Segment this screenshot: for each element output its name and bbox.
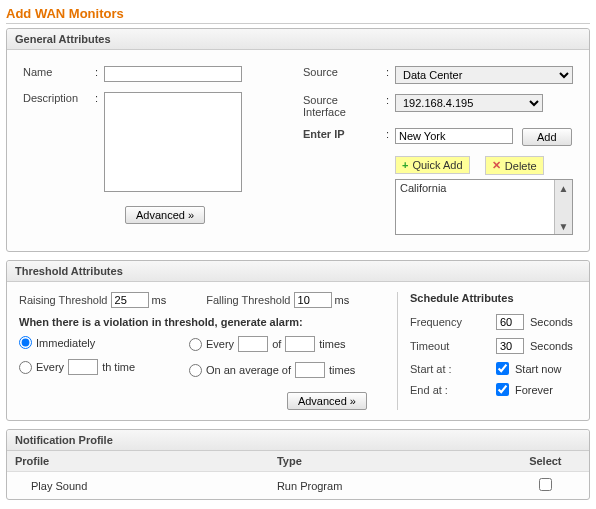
ms-label: ms: [335, 294, 350, 306]
col-select: Select: [502, 451, 589, 472]
quick-add-button[interactable]: +Quick Add: [395, 156, 470, 174]
cell-profile: Play Sound: [7, 472, 269, 500]
violation-label: When there is a violation in threshold, …: [19, 316, 397, 328]
page-title: Add WAN Monitors: [6, 6, 590, 24]
radio-immediately[interactable]: [19, 336, 32, 349]
avg-input[interactable]: [295, 362, 325, 378]
general-header: General Attributes: [7, 29, 589, 50]
notification-header: Notification Profile: [7, 430, 589, 451]
timeout-label: Timeout: [410, 340, 490, 352]
falling-label: Falling Threshold: [206, 294, 290, 306]
general-panel: General Attributes Name : Description : …: [6, 28, 590, 252]
delete-button[interactable]: ✕Delete: [485, 156, 544, 175]
name-label: Name: [23, 66, 52, 78]
scroll-up-icon[interactable]: ▲: [555, 180, 572, 196]
notification-panel: Notification Profile Profile Type Select…: [6, 429, 590, 500]
timeout-input[interactable]: [496, 338, 524, 354]
end-at-label: End at :: [410, 384, 490, 396]
notification-table: Profile Type Select Play Sound Run Progr…: [7, 451, 589, 499]
source-label: Source: [303, 66, 338, 78]
threshold-panel: Threshold Attributes Raising Threshold m…: [6, 260, 590, 421]
raising-label: Raising Threshold: [19, 294, 107, 306]
every-th-input[interactable]: [68, 359, 98, 375]
frequency-input[interactable]: [496, 314, 524, 330]
description-label: Description: [23, 92, 78, 104]
radio-every-of[interactable]: [189, 338, 202, 351]
every-of-input-2[interactable]: [285, 336, 315, 352]
radio-every-th[interactable]: [19, 361, 32, 374]
enter-ip-input[interactable]: [395, 128, 513, 144]
col-type: Type: [269, 451, 502, 472]
ip-listbox[interactable]: California ▲ ▼: [395, 179, 573, 235]
name-input[interactable]: [104, 66, 242, 82]
falling-input[interactable]: [294, 292, 332, 308]
schedule-header: Schedule Attributes: [410, 292, 577, 304]
advanced-button-threshold[interactable]: Advanced »: [287, 392, 367, 410]
scrollbar[interactable]: ▲ ▼: [554, 180, 572, 234]
advanced-button-general[interactable]: Advanced »: [125, 206, 205, 224]
opt-immediately: Immediately: [36, 337, 95, 349]
threshold-header: Threshold Attributes: [7, 261, 589, 282]
start-now-checkbox[interactable]: [496, 362, 509, 375]
radio-avg[interactable]: [189, 364, 202, 377]
source-interface-label: Source Interface: [303, 94, 346, 118]
forever-checkbox[interactable]: [496, 383, 509, 396]
cell-type: Run Program: [269, 472, 502, 500]
source-select[interactable]: Data Center: [395, 66, 573, 84]
plus-icon: +: [402, 159, 408, 171]
source-interface-select[interactable]: 192.168.4.195: [395, 94, 543, 112]
select-checkbox[interactable]: [539, 478, 552, 491]
start-at-label: Start at :: [410, 363, 490, 375]
scroll-down-icon[interactable]: ▼: [555, 218, 572, 234]
col-profile: Profile: [7, 451, 269, 472]
frequency-label: Frequency: [410, 316, 490, 328]
raising-input[interactable]: [111, 292, 149, 308]
list-item[interactable]: California: [400, 182, 446, 194]
ms-label: ms: [152, 294, 167, 306]
cross-icon: ✕: [492, 159, 501, 172]
every-of-input-1[interactable]: [238, 336, 268, 352]
description-textarea[interactable]: [104, 92, 242, 192]
add-button[interactable]: Add: [522, 128, 572, 146]
table-row: Play Sound Run Program: [7, 472, 589, 500]
enter-ip-label: Enter IP: [303, 128, 345, 140]
